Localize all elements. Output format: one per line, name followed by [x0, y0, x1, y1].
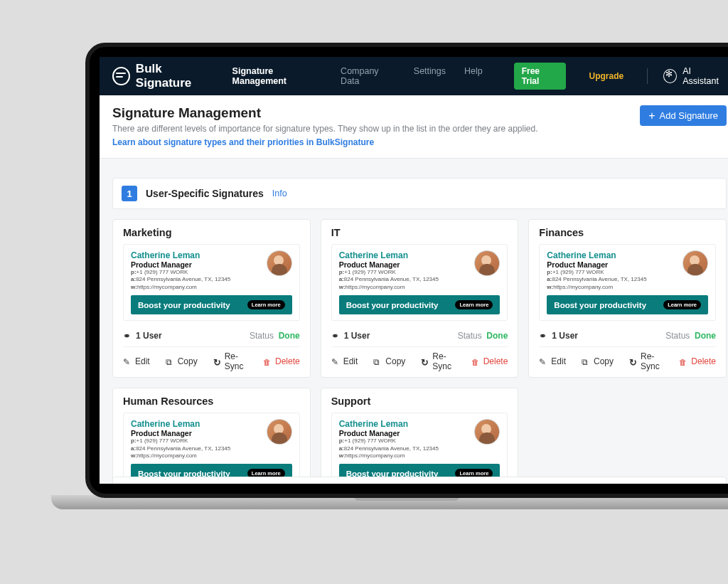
nav-divider [647, 68, 648, 84]
preview-phone: p:+1 (929) 777 WORK [547, 269, 674, 276]
preview-address: a:824 Pennsylvania Avenue, TX, 12345 [131, 276, 258, 283]
preview-phone: p:+1 (929) 777 WORK [339, 437, 466, 445]
preview-role: Product Manager [131, 429, 258, 437]
signature-preview: Catherine Leman Product Manager p:+1 (92… [539, 244, 716, 321]
copy-icon [166, 357, 174, 366]
resync-button[interactable]: Re-Sync [629, 351, 663, 371]
preview-phone: p:+1 (929) 777 WORK [339, 269, 466, 276]
top-nav: Bulk Signature Signature Management Comp… [100, 57, 728, 95]
preview-website: w:https://mycompany.com [339, 284, 466, 291]
brand-logo-icon [112, 67, 130, 85]
status: Status Done [665, 331, 716, 341]
card-title: Marketing [123, 227, 300, 238]
preview-name: Catherine Leman [339, 250, 466, 260]
card-title: Human Resources [123, 395, 300, 407]
user-count: 1 User [331, 331, 370, 341]
preview-name: Catherine Leman [547, 250, 674, 260]
app-screen: Bulk Signature Signature Management Comp… [100, 57, 728, 484]
preview-banner: Boost your productivity Learn more [131, 295, 292, 314]
card-status-row: 1 User Status Done [331, 328, 508, 344]
signature-preview: Catherine Leman Product Manager p:+1 (92… [331, 244, 508, 321]
banner-text: Boost your productivity [346, 301, 439, 309]
free-trial-button[interactable]: Free Trial [514, 63, 566, 90]
brand[interactable]: Bulk Signature [112, 62, 217, 90]
status: Status Done [458, 331, 508, 341]
edit-icon [539, 357, 547, 366]
resync-icon [213, 357, 221, 366]
signature-card: Marketing Catherine Leman Product Manage… [112, 219, 311, 378]
resync-button[interactable]: Re-Sync [421, 351, 455, 371]
nav-help[interactable]: Help [464, 66, 483, 86]
brand-name: Bulk Signature [136, 62, 217, 90]
add-signature-label: Add Signature [660, 110, 718, 121]
preview-role: Product Manager [547, 260, 674, 269]
learn-more-pill: Learn more [247, 300, 285, 309]
section-number: 1 [122, 186, 137, 201]
preview-role: Product Manager [339, 260, 466, 269]
preview-name: Catherine Leman [339, 419, 466, 429]
card-actions: Edit Copy Re-Sync Delete [331, 346, 508, 371]
preview-phone: p:+1 (929) 777 WORK [131, 437, 258, 445]
card-status-row: 1 User Status Done [123, 328, 300, 344]
learn-more-pill: Learn more [663, 300, 701, 309]
edit-button[interactable]: Edit [123, 356, 150, 366]
trash-icon [263, 357, 272, 366]
preview-website: w:https://mycompany.com [547, 284, 674, 291]
signature-card: Finances Catherine Leman Product Manager… [528, 219, 727, 378]
ai-assistant-label: AI Assistant [682, 66, 727, 86]
edit-button[interactable]: Edit [539, 356, 566, 366]
delete-button[interactable]: Delete [679, 356, 716, 366]
users-icon [539, 331, 547, 340]
signature-preview: Catherine Leman Product Manager p:+1 (92… [123, 413, 300, 484]
user-count: 1 User [539, 331, 578, 341]
copy-button[interactable]: Copy [373, 356, 405, 366]
trash-icon [471, 357, 480, 366]
banner-text: Boost your productivity [554, 301, 646, 309]
edit-icon [331, 357, 340, 366]
resync-icon [421, 357, 429, 366]
preview-address: a:824 Pennsylvania Avenue, TX, 12345 [339, 276, 466, 283]
section-info-link[interactable]: Info [272, 189, 287, 198]
card-actions: Edit Copy Re-Sync Delete [123, 346, 300, 371]
card-title: IT [331, 227, 508, 238]
preview-address: a:824 Pennsylvania Avenue, TX, 12345 [547, 276, 674, 283]
nav-settings[interactable]: Settings [414, 66, 446, 86]
delete-button[interactable]: Delete [471, 356, 508, 366]
add-signature-button[interactable]: Add Signature [640, 105, 727, 126]
nav-signature-management[interactable]: Signature Management [232, 66, 323, 98]
users-icon [331, 331, 340, 340]
avatar-icon [474, 250, 500, 276]
page-header: Signature Management There are different… [100, 95, 728, 159]
learn-link[interactable]: Learn about signature types and their pr… [112, 137, 374, 147]
copy-button[interactable]: Copy [582, 356, 614, 366]
card-status-row: 1 User Status Done [539, 328, 716, 344]
page-title: Signature Management [112, 105, 640, 121]
signature-card: Human Resources Catherine Leman Product … [112, 388, 311, 484]
section-header: 2 Group Signatures Info [112, 477, 727, 484]
card-title: Support [331, 395, 508, 407]
avatar-icon [474, 419, 500, 445]
upgrade-button[interactable]: Upgrade [582, 68, 632, 85]
signature-card: Support Catherine Leman Product Manager … [321, 388, 519, 484]
preview-banner: Boost your productivity Learn more [339, 295, 500, 314]
preview-name: Catherine Leman [131, 419, 258, 429]
signature-preview: Catherine Leman Product Manager p:+1 (92… [123, 244, 300, 321]
edit-button[interactable]: Edit [331, 356, 358, 366]
nav-company-data[interactable]: Company Data [341, 66, 395, 86]
section-user-specific: 1 User-Specific Signatures Info Marketin… [112, 178, 727, 484]
resync-button[interactable]: Re-Sync [213, 351, 247, 371]
ai-assistant-button[interactable]: AI Assistant [663, 66, 727, 86]
preview-banner: Boost your productivity Learn more [547, 295, 708, 314]
preview-address: a:824 Pennsylvania Avenue, TX, 12345 [339, 445, 466, 452]
user-count: 1 User [123, 331, 162, 341]
card-actions: Edit Copy Re-Sync Delete [539, 346, 716, 371]
laptop-frame: Bulk Signature Signature Management Comp… [85, 43, 728, 498]
avatar-icon [267, 250, 292, 276]
copy-button[interactable]: Copy [166, 356, 198, 366]
signature-card: IT Catherine Leman Product Manager p:+1 … [321, 219, 519, 378]
section-group: 2 Group Signatures Info [112, 477, 727, 484]
trash-icon [679, 357, 687, 366]
banner-text: Boost your productivity [138, 301, 230, 309]
preview-address: a:824 Pennsylvania Avenue, TX, 12345 [131, 445, 258, 452]
delete-button[interactable]: Delete [263, 356, 300, 366]
